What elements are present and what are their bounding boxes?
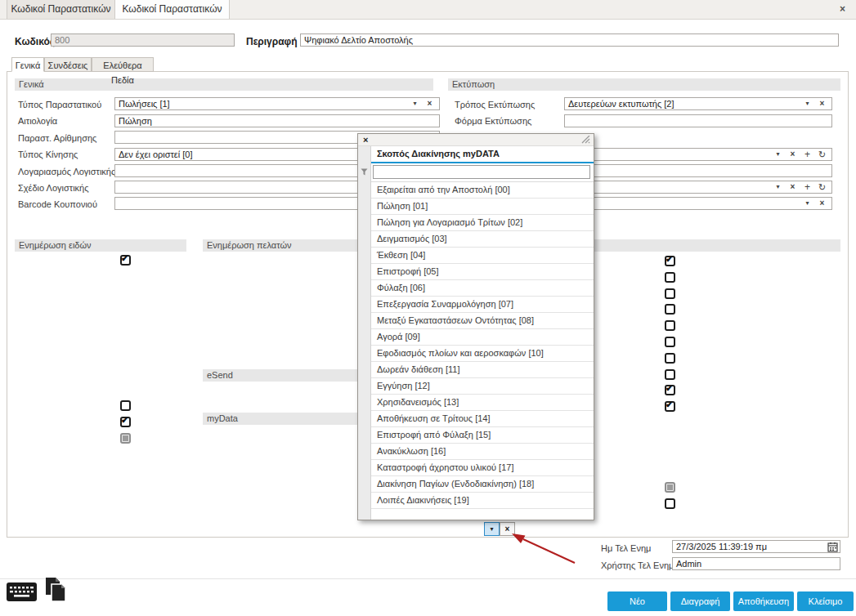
print-mode-field[interactable]: Δευτερεύων εκτυπωτής [2]▾× <box>564 97 832 110</box>
new-button[interactable]: Νέο <box>607 591 667 611</box>
popup-list-item[interactable]: Δωρεάν διάθεση [11] <box>371 362 594 378</box>
dropdown-icon[interactable]: ▾ <box>801 98 813 109</box>
tab-document-codes-2[interactable]: Κωδικοί Παραστατικών <box>115 0 230 19</box>
tab-connections[interactable]: Συνδέσεις <box>44 57 92 72</box>
absorbs-cost-checkbox[interactable] <box>120 417 131 427</box>
popup-list-item[interactable]: Διακίνηση Παγίων (Ενδοδιακίνηση) [18] <box>371 476 594 493</box>
filter-icon <box>361 168 368 176</box>
ledger-account-label: Λογαριασμός Λογιστικής <box>18 167 115 177</box>
numbering-label: Παραστ. Αρίθμησης <box>18 133 96 144</box>
ledger-plan-label: Σχέδιο Λογιστικής <box>18 183 89 194</box>
clear-icon[interactable]: × <box>816 198 828 209</box>
popup-list-item[interactable]: Επιστροφή από Φύλαξη [15] <box>371 427 594 444</box>
clear-icon[interactable]: × <box>787 149 799 160</box>
popup-list-item[interactable]: Φύλαξη [06] <box>371 280 594 297</box>
print-mode-label: Τρόπος Εκτύπωσης <box>455 100 535 110</box>
popup-list-item[interactable]: Αγορά [09] <box>371 329 594 346</box>
resize-grip-icon[interactable] <box>580 136 590 144</box>
section-print: Εκτύπωση <box>448 78 840 91</box>
reason-label: Αιτιολογία <box>18 116 57 127</box>
tab-free-fields[interactable]: Ελεύθερα Πεδία <box>92 57 154 72</box>
popup-list-item[interactable]: Χρησιδανεισμός [13] <box>371 395 594 411</box>
popup-list-item[interactable]: Επιστροφή [05] <box>371 264 594 280</box>
right-checkbox-5[interactable] <box>665 337 675 347</box>
refresh-icon[interactable]: ↻ <box>816 181 828 193</box>
print-form-label: Φόρμα Εκτύπωσης <box>455 116 531 127</box>
clear-icon[interactable]: × <box>424 98 436 109</box>
right-checkbox-0[interactable] <box>665 256 675 266</box>
barcode-coupon-label: Barcode Κουπονιού <box>18 199 97 210</box>
popup-filter-input[interactable] <box>373 165 590 179</box>
popup-list-item[interactable]: Εφοδιασμός πλοίων και αεροσκαφών [10] <box>371 346 594 362</box>
right-checkbox-7[interactable] <box>665 369 675 380</box>
popup-list-item[interactable]: Μεταξύ Εγκαταστάσεων Οντότητας [08] <box>371 313 594 329</box>
calendar-icon[interactable] <box>827 542 838 552</box>
right-checkbox-1[interactable] <box>665 272 675 283</box>
popup-column-header[interactable]: Σκοπός Διακίνησης myDATA <box>371 146 594 163</box>
close-icon[interactable]: × <box>363 134 368 145</box>
clear-icon[interactable]: × <box>816 98 828 109</box>
dropdown-icon[interactable]: ▾ <box>801 198 813 209</box>
clear-icon[interactable]: × <box>500 522 515 536</box>
right-checkbox-14 <box>665 482 675 493</box>
popup-list: Εξαιρείται από την Αποστολή [00] Πώληση … <box>371 182 594 509</box>
code-field: 800 <box>51 33 235 47</box>
popup-list-item[interactable]: Πώληση για Λογαριασμό Τρίτων [02] <box>371 215 594 231</box>
keyboard-icon[interactable] <box>7 581 38 603</box>
right-checkbox-15[interactable] <box>665 498 675 509</box>
popup-list-item[interactable]: Εξαιρείται από την Αποστολή [00] <box>371 182 594 199</box>
last-update-date-label: Ημ Τελ Ενημ <box>601 543 651 554</box>
popup-list-item[interactable]: Εγγύηση [12] <box>371 378 594 395</box>
popup-list-item[interactable]: Λοιπές Διακινήσεις [19] <box>371 493 594 509</box>
popup-list-item[interactable]: Καταστροφή άχρηστου υλικού [17] <box>371 460 594 476</box>
dropdown-icon[interactable]: ▾ <box>772 181 784 193</box>
tab-general[interactable]: Γενικά <box>11 57 44 72</box>
tab-document-codes-1[interactable]: Κωδικοί Παραστατικών <box>7 0 115 19</box>
tab-bar: Κωδικοί Παραστατικών Κωδικοί Παραστατικώ… <box>0 0 856 20</box>
last-update-date-field[interactable]: 27/3/2025 11:39:19 πμ <box>672 540 840 553</box>
clear-icon[interactable]: × <box>787 181 799 193</box>
section-general: Γενικά <box>15 78 433 91</box>
copy-icon[interactable] <box>43 577 69 603</box>
popup-list-item[interactable]: Δειγματισμός [03] <box>371 231 594 248</box>
popup-list-item[interactable]: Αποθήκευση σε Τρίτους [14] <box>371 411 594 427</box>
app-window: Κωδικοί Παραστατικών Κωδικοί Παραστατικώ… <box>0 0 856 616</box>
popup-list-item[interactable]: Πώληση [01] <box>371 199 594 215</box>
print-form-field[interactable] <box>564 114 832 127</box>
add-icon[interactable]: + <box>801 149 813 160</box>
popup-list-item[interactable]: Ανακύκλωση [16] <box>371 444 594 460</box>
dropdown-icon[interactable]: ▾ <box>484 522 500 536</box>
last-update-user-label: Χρήστης Τελ Ενημ <box>601 560 674 571</box>
dropdown-icon[interactable]: ▾ <box>772 149 784 160</box>
delete-button[interactable]: Διαγραφή <box>670 591 730 611</box>
code-label: Κωδικός <box>15 36 55 47</box>
close-icon[interactable]: × <box>840 3 845 15</box>
right-checkbox-8[interactable] <box>665 385 675 395</box>
right-checkbox-6[interactable] <box>665 353 675 364</box>
dropdown-icon[interactable]: ▾ <box>409 98 421 109</box>
close-button[interactable]: Κλείσιμο <box>797 591 854 611</box>
description-field[interactable]: Ψηφιακό Δελτίο Αποστολής <box>300 33 839 47</box>
movement-type-label: Τύπος Κίνησης <box>18 150 78 160</box>
popup-filter-row <box>371 163 594 182</box>
popup-list-item[interactable]: Έκθεση [04] <box>371 248 594 264</box>
doc-type-label: Τύπος Παραστατικού <box>18 100 101 110</box>
footer-separator <box>0 578 856 579</box>
right-checkbox-2[interactable] <box>665 288 675 299</box>
save-button[interactable]: Αποθήκευση <box>733 591 794 611</box>
right-checkbox-9[interactable] <box>665 401 675 412</box>
doc-type-field[interactable]: Πωλήσεις [1]▾× <box>114 97 440 110</box>
last-update-user-field[interactable]: Admin <box>672 557 840 570</box>
description-label: Περιγραφή <box>246 36 298 47</box>
right-checkbox-4[interactable] <box>665 320 675 331</box>
refresh-icon[interactable]: ↻ <box>816 149 828 160</box>
popup-list-item[interactable]: Επεξεργασία Συναρμολόγηση [07] <box>371 297 594 313</box>
right-checkbox-3[interactable] <box>665 304 675 315</box>
mydata-move-purpose-popup: × Σκοπός Διακίνησης myDATA Εξαιρείται απ… <box>357 133 594 520</box>
section-item-update: Ενημέρωση ειδών <box>15 239 186 252</box>
forms-cost-checkbox[interactable] <box>120 400 131 411</box>
item-update-checkbox[interactable] <box>120 255 131 266</box>
reason-field[interactable]: Πώληση <box>114 114 440 127</box>
popup-titlebar: × <box>358 134 594 146</box>
add-icon[interactable]: + <box>801 181 813 193</box>
